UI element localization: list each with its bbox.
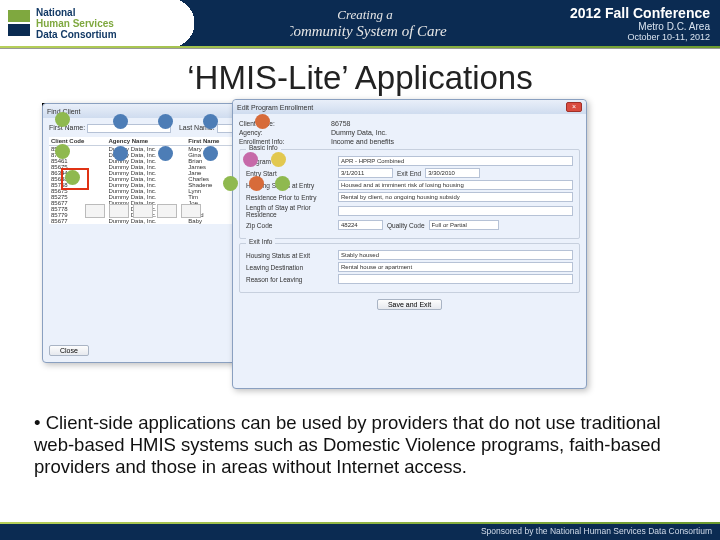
conference-dates: October 10-11, 2012: [570, 32, 710, 42]
leaving-destination-select[interactable]: Rental house or apartment: [338, 262, 573, 272]
footer-sponsor: Sponsored by the National Human Services…: [0, 524, 720, 540]
conference-name: 2012 Fall Conference: [570, 5, 710, 21]
reason-leaving-select[interactable]: [338, 274, 573, 284]
tagline-1: Creating a: [337, 7, 393, 22]
conference-banner: National Human Services Data Consortium …: [0, 0, 720, 46]
entry-start-input[interactable]: 3/1/2011: [338, 168, 393, 178]
client-code-value: 86758: [331, 120, 350, 127]
org-line: National: [36, 7, 75, 18]
exit-info-section: Exit Info Housing Status at ExitStably h…: [239, 243, 580, 293]
zip-input[interactable]: 48224: [338, 220, 383, 230]
diagram-highlight: [61, 168, 89, 190]
program-select[interactable]: APR - HPRP Combined: [338, 156, 573, 166]
enroll-info-value: Income and benefits: [331, 138, 394, 145]
banner-accent: [0, 46, 720, 49]
conference-location: Metro D.C. Area: [570, 21, 710, 32]
exit-end-input[interactable]: 3/30/2010: [425, 168, 480, 178]
close-icon[interactable]: ×: [566, 102, 582, 112]
agency-value: Dummy Data, Inc.: [331, 129, 387, 136]
reason-leaving-label: Reason for Leaving: [246, 276, 334, 283]
tagline-2: Community System of Care: [283, 23, 446, 39]
housing-status-entry-select[interactable]: Housed and at imminent risk of losing ho…: [338, 180, 573, 190]
quality-label: Quality Code: [387, 222, 425, 229]
housing-status-exit-select[interactable]: Stably housed: [338, 250, 573, 260]
org-line: Data Consortium: [36, 29, 117, 40]
housing-status-exit-label: Housing Status at Exit: [246, 252, 334, 259]
residence-prior-select[interactable]: Rental by client, no ongoing housing sub…: [338, 192, 573, 202]
diagram-preview: [42, 103, 297, 223]
screenshots-group: Find Client First Name: Last Name: Clien…: [42, 103, 678, 398]
quality-select[interactable]: Full or Partial: [429, 220, 499, 230]
save-exit-button[interactable]: Save and Exit: [377, 299, 442, 310]
exit-end-label: Exit End: [397, 170, 421, 177]
zip-label: Zip Code: [246, 222, 334, 229]
exit-info-legend: Exit Info: [246, 238, 275, 245]
banner-conference-info: 2012 Fall Conference Metro D.C. Area Oct…: [560, 5, 720, 42]
slide-title: ‘HMIS-Lite’ Applications: [0, 59, 720, 97]
bullet-text: Client-side applications can be used by …: [34, 412, 686, 477]
length-stay-select[interactable]: [338, 206, 573, 216]
org-line: Human Services: [36, 18, 114, 29]
close-button[interactable]: Close: [49, 345, 89, 356]
org-logo-block: National Human Services Data Consortium: [0, 0, 170, 46]
leaving-destination-label: Leaving Destination: [246, 264, 334, 271]
